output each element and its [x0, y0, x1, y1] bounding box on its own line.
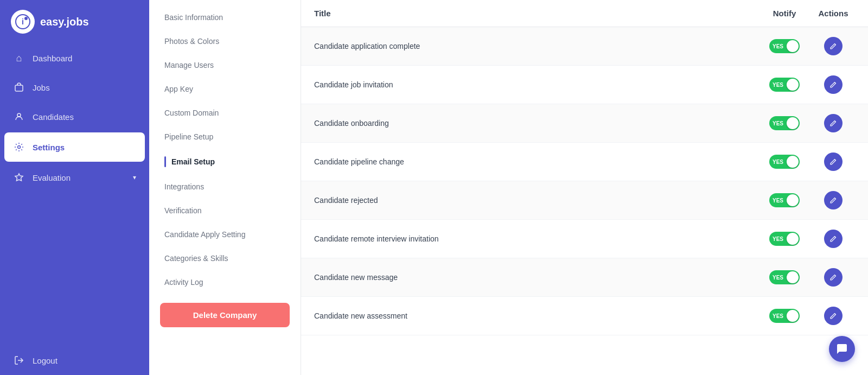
svg-text:i: i: [22, 17, 24, 26]
notify-toggle[interactable]: YES: [769, 39, 800, 53]
app-name: easy.jobs: [40, 16, 89, 28]
toggle-label: YES: [773, 159, 783, 165]
toggle-label: YES: [773, 43, 783, 49]
toggle-container[interactable]: YES: [757, 78, 812, 92]
logo-area: i easy.jobs: [0, 0, 149, 43]
table-row: Candidate application complete YES: [301, 27, 868, 66]
column-notify: Notify: [757, 9, 812, 18]
sidebar-item-evaluation[interactable]: Evaluation ▾: [0, 163, 149, 192]
row-title: Candidate remote interview invitation: [314, 234, 757, 243]
submenu-item-verification[interactable]: Verification: [149, 199, 301, 223]
toggle-label: YES: [773, 236, 783, 242]
toggle-container[interactable]: YES: [757, 193, 812, 207]
toggle-container[interactable]: YES: [757, 116, 812, 130]
notify-toggle[interactable]: YES: [769, 232, 800, 246]
submenu-item-manage-users[interactable]: Manage Users: [149, 53, 301, 77]
submenu-item-pipeline-setup[interactable]: Pipeline Setup: [149, 125, 301, 149]
submenu-item-candidate-apply-setting[interactable]: Candidate Apply Setting: [149, 223, 301, 246]
notify-toggle[interactable]: YES: [769, 155, 800, 169]
row-actions: [812, 307, 855, 325]
submenu-item-app-key[interactable]: App Key: [149, 77, 301, 101]
toggle-container[interactable]: YES: [757, 39, 812, 53]
submenu-item-custom-domain[interactable]: Custom Domain: [149, 101, 301, 125]
toggle-knob: [787, 117, 799, 129]
submenu-item-categories-skills[interactable]: Categories & Skills: [149, 246, 301, 270]
row-title: Candidate job invitation: [314, 80, 757, 89]
toggle-container[interactable]: YES: [757, 232, 812, 246]
edit-button[interactable]: [824, 307, 843, 325]
notify-toggle[interactable]: YES: [769, 116, 800, 130]
delete-company-button[interactable]: Delete Company: [160, 303, 290, 327]
notify-toggle[interactable]: YES: [769, 193, 800, 207]
svg-point-2: [24, 17, 28, 20]
notify-toggle[interactable]: YES: [769, 78, 800, 92]
logout-item[interactable]: Logout: [0, 346, 149, 375]
main-content: Title Notify Actions Candidate applicati…: [301, 0, 868, 375]
row-title: Candidate new assessment: [314, 312, 757, 320]
toggle-container[interactable]: YES: [757, 155, 812, 169]
home-icon: ⌂: [13, 52, 25, 64]
chat-bubble[interactable]: [829, 336, 855, 362]
table-row: Candidate new assessment YES: [301, 297, 868, 335]
toggle-label: YES: [773, 275, 783, 281]
email-notifications-table: Candidate application complete YES Candi…: [301, 27, 868, 335]
submenu-item-activity-log[interactable]: Activity Log: [149, 270, 301, 294]
sidebar-item-label: Evaluation: [33, 173, 71, 182]
toggle-knob: [787, 156, 799, 168]
toggle-container[interactable]: YES: [757, 309, 812, 323]
nav-menu: ⌂ Dashboard Jobs Candidates Settings E: [0, 43, 149, 346]
row-title: Candidate new message: [314, 273, 757, 282]
row-actions: [812, 268, 855, 287]
row-actions: [812, 37, 855, 55]
edit-button[interactable]: [824, 268, 843, 287]
table-header: Title Notify Actions: [301, 0, 868, 27]
toggle-knob: [787, 194, 799, 206]
edit-button[interactable]: [824, 75, 843, 94]
sidebar-item-label: Candidates: [33, 112, 74, 122]
edit-button[interactable]: [824, 230, 843, 248]
submenu-item-email-setup[interactable]: Email Setup: [149, 149, 301, 175]
row-title: Candidate application complete: [314, 42, 757, 50]
table-row: Candidate pipeline change YES: [301, 143, 868, 181]
toggle-label: YES: [773, 120, 783, 126]
sidebar-item-label: Dashboard: [33, 54, 72, 63]
row-title: Candidate pipeline change: [314, 157, 757, 166]
sidebar-item-jobs[interactable]: Jobs: [0, 73, 149, 102]
edit-button[interactable]: [824, 191, 843, 209]
svg-point-5: [18, 146, 21, 149]
row-actions: [812, 230, 855, 248]
table-row: Candidate job invitation YES: [301, 66, 868, 104]
edit-button[interactable]: [824, 37, 843, 55]
column-title: Title: [314, 9, 757, 18]
edit-button[interactable]: [824, 152, 843, 171]
settings-submenu: Basic Information Photos & Colors Manage…: [149, 0, 301, 375]
table-row: Candidate rejected YES: [301, 181, 868, 220]
submenu-item-basic-information[interactable]: Basic Information: [149, 5, 301, 29]
row-actions: [812, 114, 855, 132]
edit-button[interactable]: [824, 114, 843, 132]
logout-label: Logout: [33, 356, 58, 365]
sidebar-item-candidates[interactable]: Candidates: [0, 102, 149, 131]
toggle-knob: [787, 79, 799, 91]
row-actions: [812, 152, 855, 171]
toggle-knob: [787, 233, 799, 245]
toggle-label: YES: [773, 313, 783, 319]
submenu-item-photos-colors[interactable]: Photos & Colors: [149, 29, 301, 53]
logo-icon: i: [11, 10, 35, 34]
row-actions: [812, 191, 855, 209]
row-title: Candidate rejected: [314, 196, 757, 205]
notify-toggle[interactable]: YES: [769, 270, 800, 284]
column-actions: Actions: [812, 9, 855, 18]
sidebar: i easy.jobs ⌂ Dashboard Jobs Candidates: [0, 0, 149, 375]
table-row: Candidate new message YES: [301, 258, 868, 297]
sidebar-item-dashboard[interactable]: ⌂ Dashboard: [0, 43, 149, 73]
sidebar-item-settings[interactable]: Settings: [4, 132, 145, 162]
table-row: Candidate remote interview invitation YE…: [301, 220, 868, 258]
logout-icon: [13, 354, 25, 366]
table-row: Candidate onboarding YES: [301, 104, 868, 143]
toggle-knob: [787, 310, 799, 322]
notify-toggle[interactable]: YES: [769, 309, 800, 323]
submenu-item-integrations[interactable]: Integrations: [149, 175, 301, 199]
toggle-container[interactable]: YES: [757, 270, 812, 284]
candidates-icon: [13, 111, 25, 123]
